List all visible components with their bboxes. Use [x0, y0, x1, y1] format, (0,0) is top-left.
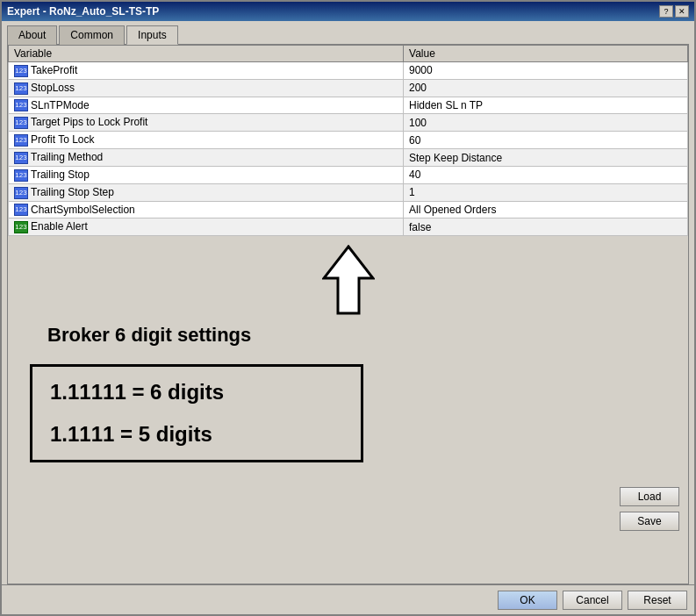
footer-bar: OK Cancel Reset: [2, 584, 694, 614]
row-icon: 123: [14, 152, 28, 164]
value-cell: 100: [404, 114, 688, 132]
variable-name: SLnTPMode: [31, 99, 90, 111]
value-cell: 40: [404, 166, 688, 183]
close-button[interactable]: ✕: [675, 5, 689, 18]
right-buttons: Load Save: [620, 487, 679, 531]
load-button[interactable]: Load: [620, 487, 679, 506]
digit-box: 1.11111 = 6 digits 1.1111 = 5 digits: [30, 364, 363, 462]
value-cell: 200: [404, 79, 688, 97]
main-window: Expert - RoNz_Auto_SL-TS-TP ? ✕ About Co…: [0, 0, 696, 616]
value-cell: All Opened Orders: [404, 201, 688, 218]
variable-cell: 123SLnTPMode: [9, 97, 404, 114]
table-row[interactable]: 123Trailing Stop40: [9, 166, 688, 183]
window-title: Expert - RoNz_Auto_SL-TS-TP: [7, 5, 159, 18]
variable-cell: 123Trailing Stop Step: [9, 183, 404, 201]
row-icon: 123: [14, 82, 28, 95]
variable-cell: 123Enable Alert: [9, 218, 404, 236]
variable-name: StopLoss: [31, 82, 75, 94]
value-cell: false: [404, 218, 688, 236]
value-cell: Hidden SL n TP: [404, 97, 688, 114]
title-bar: Expert - RoNz_Auto_SL-TS-TP ? ✕: [2, 2, 694, 21]
reset-button[interactable]: Reset: [628, 591, 687, 610]
variable-cell: 123Profit To Lock: [9, 132, 404, 149]
variable-name: Trailing Stop: [31, 168, 90, 181]
row-icon: 123: [14, 99, 28, 111]
table-row[interactable]: 123StopLoss200: [9, 79, 688, 97]
variable-name: Enable Alert: [31, 220, 88, 233]
table-row[interactable]: 123Trailing Stop Step1: [9, 183, 688, 201]
value-cell: 60: [404, 132, 688, 149]
row-icon: 123: [14, 204, 28, 216]
table-row[interactable]: 123TakeProfit9000: [9, 62, 688, 80]
params-table: Variable Value 123TakeProfit9000123StopL…: [8, 45, 688, 236]
row-icon: 123: [14, 169, 28, 182]
table-row[interactable]: 123Profit To Lock60: [9, 132, 688, 149]
variable-cell: 123Target Pips to Lock Profit: [9, 114, 404, 132]
variable-name: Trailing Method: [31, 151, 103, 163]
table-row[interactable]: 123Trailing MethodStep Keep Distance: [9, 149, 688, 167]
value-cell: 9000: [404, 62, 688, 80]
tab-bar: About Common Inputs: [2, 21, 694, 44]
table-row[interactable]: 123Target Pips to Lock Profit100: [9, 114, 688, 132]
variable-cell: 123TakeProfit: [9, 62, 404, 80]
table-row[interactable]: 123Enable Alertfalse: [9, 218, 688, 236]
row-icon: 123: [14, 134, 28, 147]
row-icon: 123: [14, 117, 28, 129]
variable-name: Trailing Stop Step: [31, 186, 114, 198]
bottom-area: Broker 6 digit settings 1.11111 = 6 digi…: [8, 236, 688, 584]
row-icon: 123: [14, 187, 28, 199]
table-row[interactable]: 123SLnTPModeHidden SL n TP: [9, 97, 688, 114]
help-button[interactable]: ?: [659, 5, 673, 18]
col-variable: Variable: [9, 46, 404, 62]
row-icon: 123: [14, 65, 28, 77]
broker-label: Broker 6 digit settings: [47, 324, 675, 347]
variable-cell: 123ChartSymbolSelection: [9, 201, 404, 218]
arrow-container: [21, 245, 675, 315]
variable-name: TakeProfit: [31, 64, 77, 76]
variable-cell: 123Trailing Method: [9, 149, 404, 167]
digit-line-5: 1.1111 = 5 digits: [50, 422, 343, 447]
tab-inputs[interactable]: Inputs: [126, 25, 178, 45]
svg-marker-0: [324, 247, 373, 313]
variable-name: ChartSymbolSelection: [31, 204, 135, 216]
tab-common[interactable]: Common: [59, 25, 125, 45]
up-arrow-icon: [322, 245, 375, 315]
ok-button[interactable]: OK: [498, 591, 557, 610]
digit-line-6: 1.11111 = 6 digits: [50, 380, 343, 405]
variable-name: Target Pips to Lock Profit: [31, 116, 147, 128]
row-icon: 123: [14, 221, 28, 233]
col-value: Value: [404, 46, 688, 62]
value-cell: Step Keep Distance: [404, 149, 688, 167]
table-row[interactable]: 123ChartSymbolSelectionAll Opened Orders: [9, 201, 688, 218]
variable-name: Profit To Lock: [31, 133, 94, 146]
tab-about[interactable]: About: [7, 25, 57, 45]
save-button[interactable]: Save: [620, 512, 679, 531]
value-cell: 1: [404, 183, 688, 201]
variable-cell: 123Trailing Stop: [9, 166, 404, 183]
cancel-button[interactable]: Cancel: [563, 591, 622, 610]
title-bar-buttons: ? ✕: [659, 5, 689, 18]
main-content: Variable Value 123TakeProfit9000123StopL…: [7, 44, 689, 584]
variable-cell: 123StopLoss: [9, 79, 404, 97]
